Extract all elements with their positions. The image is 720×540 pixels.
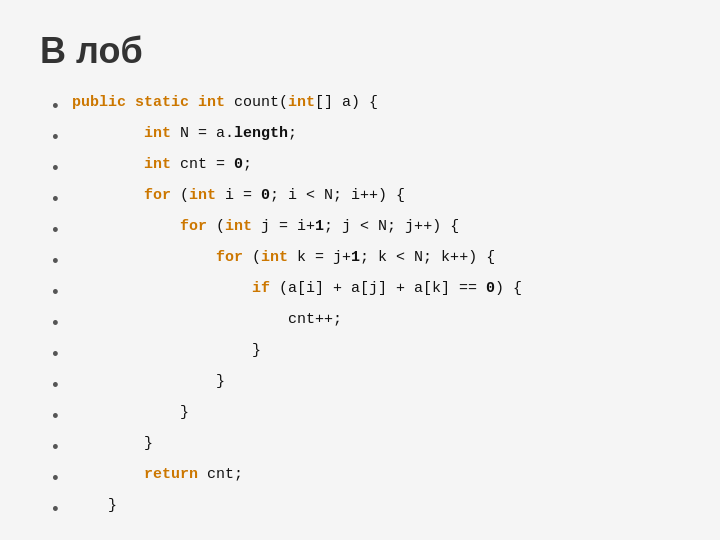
code-line-2: • int N = a.length; [50,123,680,152]
code-text-10: } [72,371,225,394]
bullet-5: • [50,218,62,245]
bullet-6: • [50,249,62,276]
code-line-7: • if (a[i] + a[j] + a[k] == 0) { [50,278,680,307]
code-line-3: • int cnt = 0; [50,154,680,183]
code-line-4: • for (int i = 0; i < N; i++) { [50,185,680,214]
bullet-8: • [50,311,62,338]
bullet-10: • [50,373,62,400]
code-line-10: • } [50,371,680,400]
code-text-2: int N = a.length; [72,123,297,146]
bullet-9: • [50,342,62,369]
code-line-6: • for (int k = j+1; k < N; k++) { [50,247,680,276]
code-text-4: for (int i = 0; i < N; i++) { [72,185,405,208]
code-line-12: • } [50,433,680,462]
code-text-7: if (a[i] + a[j] + a[k] == 0) { [72,278,522,301]
code-text-6: for (int k = j+1; k < N; k++) { [72,247,495,270]
bullet-13: • [50,466,62,493]
code-line-11: • } [50,402,680,431]
bullet-4: • [50,187,62,214]
code-text-14: } [72,495,117,518]
bullet-1: • [50,94,62,121]
code-text-8: cnt++; [72,309,342,332]
code-text-11: } [72,402,189,425]
code-text-3: int cnt = 0; [72,154,252,177]
code-line-14: • } [50,495,680,524]
code-line-8: • cnt++; [50,309,680,338]
bullet-11: • [50,404,62,431]
code-line-5: • for (int j = i+1; j < N; j++) { [50,216,680,245]
code-text-12: } [72,433,153,456]
code-block: • public static int count(int[] a) { • i… [50,92,680,524]
code-line-1: • public static int count(int[] a) { [50,92,680,121]
bullet-3: • [50,156,62,183]
slide: В лоб • public static int count(int[] a)… [0,0,720,540]
slide-title: В лоб [40,30,680,72]
bullet-14: • [50,497,62,524]
code-text-9: } [72,340,261,363]
code-line-13: • return cnt; [50,464,680,493]
code-text-5: for (int j = i+1; j < N; j++) { [72,216,459,239]
code-text-1: public static int count(int[] a) { [72,92,378,115]
code-text-13: return cnt; [72,464,243,487]
code-line-9: • } [50,340,680,369]
bullet-2: • [50,125,62,152]
bullet-7: • [50,280,62,307]
bullet-12: • [50,435,62,462]
